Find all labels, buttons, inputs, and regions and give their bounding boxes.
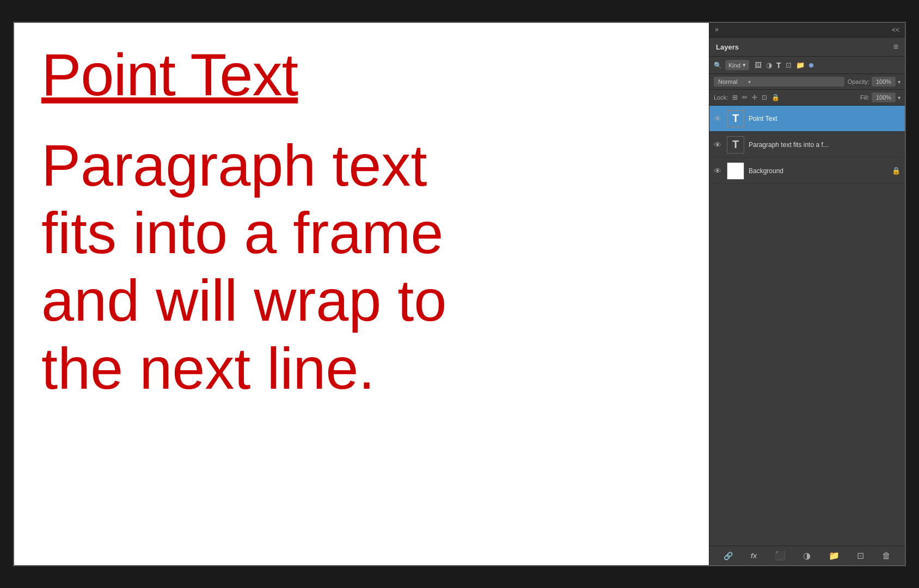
lock-pixels-icon[interactable]: ⊞ xyxy=(732,94,738,101)
canvas-title: Point Text xyxy=(41,45,682,105)
layer-thumb-text-icon: T xyxy=(732,138,739,151)
layer-thumbnail: T xyxy=(727,136,744,154)
image-filter-icon[interactable]: 🖼 xyxy=(755,61,762,69)
link-layers-icon[interactable]: 🔗 xyxy=(724,552,733,560)
circle-filter-icon[interactable]: ◑ xyxy=(766,61,772,69)
lock-icons: ⊞ ✏ ✛ ⊡ 🔒 xyxy=(732,94,780,101)
layer-visibility-icon[interactable]: 👁 xyxy=(714,114,722,123)
close-button[interactable]: × xyxy=(715,26,719,34)
opacity-control: Opacity: 100% ▾ xyxy=(848,77,900,87)
lock-all-icon[interactable]: 🔒 xyxy=(771,94,780,101)
kind-label: Kind xyxy=(728,62,740,69)
layer-item[interactable]: 👁 T Paragraph text fits into a f... xyxy=(709,132,905,158)
layer-thumbnail xyxy=(727,162,744,180)
collapse-button[interactable]: << xyxy=(892,26,899,34)
blend-mode-arrow: ▾ xyxy=(748,79,751,85)
layer-visibility-icon[interactable]: 👁 xyxy=(714,140,722,149)
layers-panel: × << Layers ≡ 🔍 Kind ▾ 🖼 ◑ T ⊡ xyxy=(709,23,905,565)
filter-dot xyxy=(809,63,813,68)
text-filter-icon[interactable]: T xyxy=(776,61,781,70)
canvas-body: Paragraph textfits into a frameand will … xyxy=(41,132,682,402)
panel-header: Layers ≡ xyxy=(709,38,905,57)
lock-draw-icon[interactable]: ✏ xyxy=(742,94,748,101)
fill-control: Fill: 100% ▾ xyxy=(860,93,900,102)
fill-label: Fill: xyxy=(860,94,869,101)
layer-name: Point Text xyxy=(749,115,900,122)
canvas-area: Point Text Paragraph textfits into a fra… xyxy=(14,23,709,565)
add-mask-icon[interactable]: ◑ xyxy=(803,550,811,561)
layer-item[interactable]: 👁 T Point Text xyxy=(709,106,905,132)
kind-dropdown[interactable]: Kind ▾ xyxy=(725,60,749,70)
lock-label: Lock: xyxy=(714,94,728,101)
blend-mode-dropdown[interactable]: Normal ▾ xyxy=(714,77,844,87)
layer-visibility-icon[interactable]: 👁 xyxy=(714,167,722,175)
blend-mode-row: Normal ▾ Opacity: 100% ▾ xyxy=(709,74,905,90)
lock-artboard-icon[interactable]: ⊡ xyxy=(762,94,767,101)
panel-topbar: × << xyxy=(709,23,905,38)
app-window: Point Text Paragraph textfits into a fra… xyxy=(13,22,906,566)
lock-move-icon[interactable]: ✛ xyxy=(752,94,757,101)
opacity-label: Opacity: xyxy=(848,78,869,85)
layer-thumbnail: T xyxy=(727,110,744,127)
opacity-arrow[interactable]: ▾ xyxy=(898,79,900,85)
fill-value[interactable]: 100% xyxy=(872,93,896,102)
layer-lock-icon: 🔒 xyxy=(892,167,900,175)
layer-thumb-text-icon: T xyxy=(732,112,739,125)
folder-filter-icon[interactable]: 📁 xyxy=(796,61,805,69)
delete-layer-icon[interactable]: 🗑 xyxy=(882,551,891,561)
search-icon: 🔍 xyxy=(714,62,722,69)
layer-name: Background xyxy=(749,167,887,175)
panel-title: Layers xyxy=(716,43,739,51)
panel-bottom-toolbar: 🔗 fx ⬛ ◑ 📁 ⊡ 🗑 xyxy=(709,546,905,565)
adjustment-filter-icon[interactable]: ⊡ xyxy=(786,61,792,69)
lock-row: Lock: ⊞ ✏ ✛ ⊡ 🔒 Fill: 100% ▾ xyxy=(709,90,905,106)
fill-arrow[interactable]: ▾ xyxy=(898,95,900,101)
filter-row: 🔍 Kind ▾ 🖼 ◑ T ⊡ 📁 xyxy=(709,57,905,74)
opacity-value[interactable]: 100% xyxy=(872,77,896,87)
layer-name: Paragraph text fits into a f... xyxy=(749,141,900,149)
new-group-icon[interactable]: 📁 xyxy=(829,550,840,561)
fx-icon[interactable]: fx xyxy=(751,552,757,560)
panel-menu-icon[interactable]: ≡ xyxy=(893,42,898,52)
layer-list: 👁 T Point Text 👁 T Paragraph text fits i… xyxy=(709,106,905,546)
filter-icons: 🖼 ◑ T ⊡ 📁 xyxy=(755,61,813,70)
blend-mode-value: Normal xyxy=(718,78,737,85)
new-layer-icon[interactable]: ⊡ xyxy=(857,550,864,561)
canvas-body-text: Paragraph textfits into a frameand will … xyxy=(41,132,446,401)
kind-dropdown-arrow: ▾ xyxy=(743,62,746,69)
new-adjustment-layer-icon[interactable]: ⬛ xyxy=(775,550,786,561)
layer-item[interactable]: 👁 Background 🔒 xyxy=(709,158,905,184)
